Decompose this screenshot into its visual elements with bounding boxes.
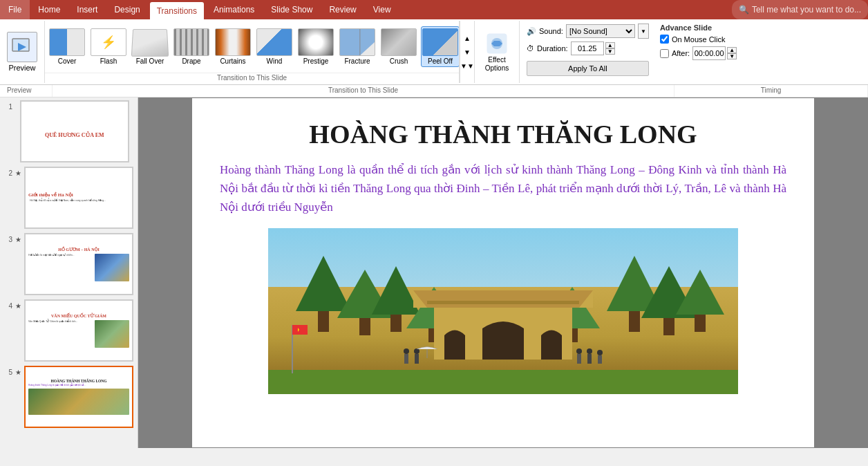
transition-peeloff[interactable]: Peel Off	[421, 26, 459, 67]
on-mouse-click-label: On Mouse Click	[672, 35, 726, 44]
slide-panel: 1 QUÊ HƯƠNG CỦA EM 2 ★ Giới thiệu về Hà …	[0, 97, 138, 448]
on-mouse-click-checkbox[interactable]	[660, 35, 669, 44]
slide-num-2: 2	[3, 169, 12, 177]
slide-thumb-1[interactable]: 1 QUÊ HƯƠNG CỦA EM	[3, 100, 135, 162]
scroll-arrows: ▲ ▼ ▼▼	[460, 21, 475, 83]
after-up[interactable]: ▲	[727, 47, 737, 53]
slide1-title: QUÊ HƯƠNG CỦA EM	[45, 132, 104, 138]
menu-slideshow[interactable]: Slide Show	[263, 0, 321, 19]
transition-prestige[interactable]: Prestige	[296, 27, 335, 66]
fallover-icon	[131, 29, 169, 57]
main-area: 1 QUÊ HƯƠNG CỦA EM 2 ★ Giới thiệu về Hà …	[0, 97, 868, 448]
peeloff-icon	[422, 28, 458, 56]
prestige-label: Prestige	[303, 57, 329, 65]
scene-people-svg	[268, 346, 738, 373]
scroll-down[interactable]: ▼	[462, 45, 473, 59]
canvas-area: HOÀNG THÀNH THĂNG LONG Hoàng thành Thăng…	[138, 97, 868, 448]
slide-star-5: ★	[15, 369, 21, 376]
slide-preview-5[interactable]: HOÀNG THÀNH THĂNG LONG Hoàng thành Thăng…	[24, 366, 133, 428]
after-checkbox[interactable]	[660, 49, 669, 58]
fallover-label: Fall Over	[136, 57, 164, 65]
preview-section: Preview	[0, 21, 45, 83]
effect-options-button[interactable]: Effect Options	[480, 28, 513, 75]
transition-crush[interactable]: Crush	[379, 27, 418, 66]
transition-section-label2: Transition to This Slide	[53, 85, 674, 97]
crush-label: Crush	[390, 57, 408, 65]
cover-icon	[49, 28, 85, 56]
wind-label: Wind	[267, 57, 283, 65]
duration-up[interactable]: ▲	[605, 42, 615, 48]
scroll-up[interactable]: ▲	[462, 31, 473, 45]
canvas-title: HOÀNG THÀNH THĂNG LONG	[220, 112, 786, 149]
svg-rect-32	[404, 354, 408, 364]
slide-preview-4[interactable]: VĂN MIẾU QUỐC TỬ GIÁM Văn Miếu Quốc Tử G…	[24, 299, 133, 362]
search-icon: 🔍	[739, 5, 749, 15]
slide2-text: Hà Nội, thủ đô của nước Việt Nam, nằm xu…	[28, 198, 129, 204]
svg-rect-43	[292, 325, 308, 335]
menu-file[interactable]: File	[0, 0, 30, 19]
drape-label: Drape	[182, 57, 200, 65]
svg-marker-7	[296, 256, 351, 311]
apply-to-all-button[interactable]: Apply To All	[527, 61, 649, 76]
slide-num-5: 5	[3, 369, 12, 376]
transition-section-label: Transition to This Slide	[45, 73, 459, 83]
transition-drape[interactable]: Drape	[172, 27, 211, 66]
svg-point-37	[587, 348, 592, 354]
preview-icon	[7, 32, 37, 62]
preview-section-label: Preview	[0, 85, 53, 97]
after-down[interactable]: ▼	[727, 53, 737, 59]
flash-icon: ⚡	[91, 28, 126, 56]
svg-marker-2	[340, 29, 375, 55]
menu-insert[interactable]: Insert	[68, 0, 106, 19]
fracture-icon	[339, 28, 375, 56]
slide-preview-2[interactable]: Giới thiệu về Hà Nội Hà Nội, thủ đô của …	[24, 167, 133, 229]
slide-thumb-4[interactable]: 4 ★ VĂN MIẾU QUỐC TỬ GIÁM Văn Miếu Quốc …	[3, 299, 135, 362]
transition-fallover[interactable]: Fall Over	[131, 27, 169, 66]
duration-input[interactable]: 01.25	[571, 41, 604, 55]
menu-bar: File Home Insert Design Transitions Anim…	[0, 0, 868, 19]
search-box[interactable]: 🔍 Tell me what you want to do...	[732, 0, 868, 19]
menu-review[interactable]: Review	[321, 0, 364, 19]
duration-icon: ⏱	[527, 44, 534, 53]
transition-wind[interactable]: Wind	[255, 27, 294, 66]
sound-label: Sound:	[539, 27, 563, 35]
menu-design[interactable]: Design	[106, 0, 148, 19]
svg-rect-38	[587, 354, 592, 364]
duration-down[interactable]: ▼	[605, 48, 615, 55]
svg-rect-8	[318, 311, 329, 332]
curtains-label: Curtains	[220, 57, 245, 65]
sound-select[interactable]: [No Sound]	[566, 24, 635, 38]
timing-section-label: Timing	[674, 85, 868, 97]
transition-flash[interactable]: ⚡ Flash	[89, 27, 128, 66]
transition-curtains[interactable]: Curtains	[214, 27, 252, 66]
slide-preview-1[interactable]: QUÊ HƯƠNG CỦA EM	[20, 100, 129, 162]
slide-preview-3[interactable]: HỒ GƯƠM – HÀ NỘI Hồ Gươm là một hồ nước …	[24, 233, 133, 295]
slide-star-2: ★	[15, 169, 21, 177]
slide4-title: VĂN MIẾU QUỐC TỬ GIÁM	[28, 313, 129, 318]
effect-options-icon	[484, 31, 509, 56]
slide-num-1: 1	[3, 103, 12, 111]
svg-rect-18	[695, 315, 706, 332]
menu-home[interactable]: Home	[30, 0, 68, 19]
slide-thumb-2[interactable]: 2 ★ Giới thiệu về Hà Nội Hà Nội, thủ đô …	[3, 167, 135, 229]
slide-thumb-3[interactable]: 3 ★ HỒ GƯƠM – HÀ NỘI Hồ Gươm là một hồ n…	[3, 233, 135, 295]
transition-cover[interactable]: Cover	[48, 27, 86, 66]
svg-point-35	[576, 348, 582, 354]
menu-transitions[interactable]: Transitions	[150, 2, 204, 19]
preview-button[interactable]: Preview	[7, 32, 37, 72]
after-input[interactable]: 00:00.00	[692, 46, 726, 60]
sound-dropdown[interactable]: ▼	[638, 24, 649, 39]
scroll-more[interactable]: ▼▼	[462, 59, 473, 73]
slide-star-3: ★	[15, 236, 21, 243]
canvas-image	[268, 228, 738, 394]
svg-point-31	[404, 348, 409, 354]
slide3-title: HỒ GƯƠM – HÀ NỘI	[28, 247, 129, 252]
search-placeholder: Tell me what you want to do...	[752, 5, 861, 15]
transition-fracture[interactable]: Fracture	[338, 27, 377, 66]
svg-rect-10	[359, 318, 370, 335]
slide-thumb-5[interactable]: 5 ★ HOÀNG THÀNH THĂNG LONG Hoàng thành T…	[3, 366, 135, 428]
menu-view[interactable]: View	[365, 0, 399, 19]
svg-rect-34	[415, 354, 419, 364]
svg-rect-30	[427, 301, 579, 304]
menu-animations[interactable]: Animations	[205, 0, 263, 19]
